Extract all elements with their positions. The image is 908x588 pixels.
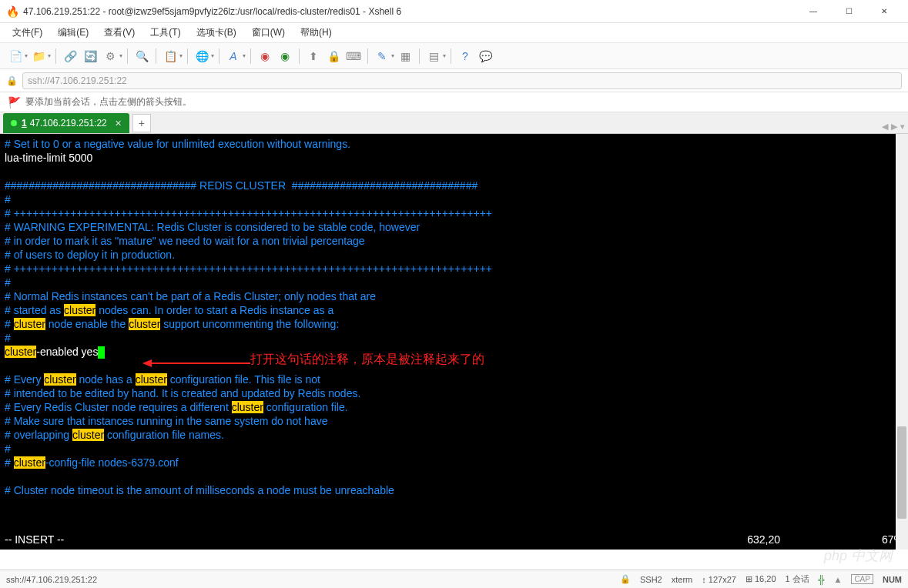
help-icon[interactable]: ? — [456, 47, 474, 65]
status-num: NUM — [883, 575, 902, 584]
lock-icon: 🔒 — [6, 75, 18, 86]
menu-view[interactable]: 查看(V) — [98, 25, 141, 41]
globe-icon[interactable]: 🌐 — [193, 47, 211, 65]
separator — [156, 48, 156, 64]
terminal[interactable]: # Set it to 0 or a negative value for un… — [0, 134, 908, 550]
annotation-text: 打开这句话的注释，原本是被注释起来了的 — [250, 352, 484, 366]
search-icon[interactable]: 🔍 — [132, 47, 151, 65]
status-up-icon: ▲ — [833, 575, 842, 584]
green-circle-icon[interactable]: ◉ — [276, 47, 294, 65]
menubar: 文件(F) 编辑(E) 查看(V) 工具(T) 选项卡(B) 窗口(W) 帮助(… — [0, 23, 908, 43]
separator — [219, 48, 219, 64]
toolbar: 📄▾ 📁▾ 🔗 🔄 ⚙▾ 🔍 📋▾ 🌐▾ A▾ ◉ ◉ ⬆ 🔒 ⌨ ✎▾ ▦ ▤… — [0, 43, 908, 69]
lock-icon[interactable]: 🔒 — [324, 47, 343, 65]
grid-icon[interactable]: ▤ — [424, 47, 443, 65]
titlebar: 🔥 47.106.219.251:22 - root@izwz9ef5sjam9… — [0, 0, 908, 23]
status-size: ↕ 127x27 — [702, 575, 736, 584]
address-input[interactable] — [22, 72, 902, 89]
app-icon: 🔥 — [6, 5, 18, 18]
statusbar: ssh://47.106.219.251:22 🔒 SSH2 xterm ↕ 1… — [0, 570, 908, 588]
tab-nav: ◀ ▶ ▾ — [882, 122, 905, 132]
close-button[interactable]: ✕ — [866, 0, 902, 23]
tab-close-icon[interactable]: ✕ — [115, 119, 122, 129]
separator — [419, 48, 420, 64]
scrollbar[interactable] — [896, 134, 908, 550]
window-title: 47.106.219.251:22 - root@izwz9ef5sjam9pv… — [23, 6, 796, 17]
status-conn-icon: ╬ — [819, 575, 825, 584]
statusbar-right: 🔒 SSH2 xterm ↕ 127x27 ⊞ 16,20 1 会话 ╬ ▲ C… — [620, 573, 902, 585]
minimize-button[interactable]: — — [796, 0, 831, 23]
infobar-text: 要添加当前会话，点击左侧的箭头按钮。 — [25, 95, 192, 109]
tabbar: 1 47.106.219.251:22 ✕ + ◀ ▶ ▾ — [0, 112, 908, 134]
tab-label: 47.106.219.251:22 — [30, 118, 107, 129]
flag-icon[interactable]: 🚩 — [8, 96, 21, 109]
separator — [451, 48, 451, 64]
status-ssh: SSH2 — [640, 575, 662, 584]
lock-status-icon: 🔒 — [620, 574, 631, 584]
new-session-icon[interactable]: 📄 — [6, 47, 25, 65]
status-pos: ⊞ 16,20 — [745, 574, 776, 584]
session-tab[interactable]: 1 47.106.219.251:22 ✕ — [3, 113, 129, 133]
separator — [55, 48, 56, 64]
addressbar: 🔒 — [0, 69, 908, 92]
upload-icon[interactable]: ⬆ — [304, 47, 323, 65]
menu-help[interactable]: 帮助(H) — [294, 25, 338, 41]
tab-prev-icon[interactable]: ◀ — [882, 122, 888, 132]
separator — [127, 48, 128, 64]
menu-tools[interactable]: 工具(T) — [144, 25, 186, 41]
menu-window[interactable]: 窗口(W) — [246, 25, 291, 41]
arrow-icon — [142, 356, 250, 371]
status-sessions: 1 会话 — [786, 573, 809, 585]
scrollbar-thumb[interactable] — [897, 426, 906, 519]
status-cap: CAP — [851, 574, 873, 584]
link-icon[interactable]: 🔗 — [61, 47, 79, 65]
status-term: xterm — [672, 575, 693, 584]
layout-icon[interactable]: ▦ — [396, 47, 414, 65]
status-dot-icon — [11, 120, 17, 126]
add-tab-button[interactable]: + — [132, 114, 151, 132]
font-icon[interactable]: A — [224, 47, 243, 65]
edit-icon[interactable]: ✎ — [373, 47, 391, 65]
tab-dropdown-icon[interactable]: ▾ — [900, 122, 905, 132]
open-folder-icon[interactable]: 📁 — [29, 47, 48, 65]
tab-index: 1 — [22, 118, 27, 129]
red-circle-icon[interactable]: ◉ — [256, 47, 274, 65]
separator — [187, 48, 188, 64]
vim-statusline: -- INSERT --632,2067% — [5, 533, 903, 546]
settings-icon[interactable]: ⚙ — [101, 47, 119, 65]
infobar: 🚩 要添加当前会话，点击左侧的箭头按钮。 — [0, 92, 908, 112]
keyboard-icon[interactable]: ⌨ — [344, 47, 363, 65]
menu-tabs[interactable]: 选项卡(B) — [190, 25, 243, 41]
tab-next-icon[interactable]: ▶ — [891, 122, 897, 132]
window-controls: — ☐ ✕ — [796, 0, 902, 23]
svg-marker-1 — [142, 359, 152, 367]
separator — [250, 48, 251, 64]
refresh-icon[interactable]: 🔄 — [81, 47, 99, 65]
separator — [299, 48, 300, 64]
menu-file[interactable]: 文件(F) — [6, 25, 49, 41]
statusbar-left: ssh://47.106.219.251:22 — [6, 575, 620, 584]
maximize-button[interactable]: ☐ — [831, 0, 866, 23]
menu-edit[interactable]: 编辑(E) — [52, 25, 95, 41]
copy-icon[interactable]: 📋 — [161, 47, 179, 65]
separator — [367, 48, 368, 64]
chat-icon[interactable]: 💬 — [476, 47, 494, 65]
